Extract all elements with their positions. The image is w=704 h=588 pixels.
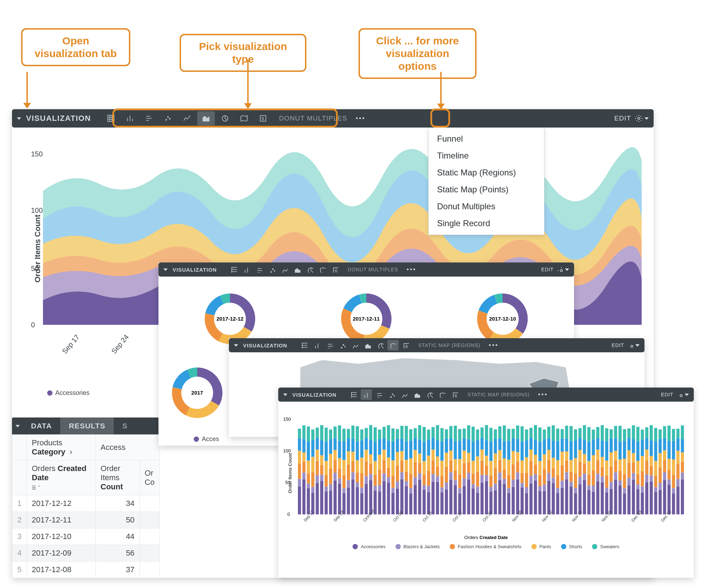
dropdown-item-single-record[interactable]: Single Record [429,215,544,232]
svg-rect-161 [387,425,390,441]
bar-chart-icon[interactable] [254,264,265,275]
scatter-icon[interactable] [159,111,177,125]
map-icon[interactable] [235,111,253,125]
pie-chart-icon[interactable] [424,389,435,400]
svg-rect-535 [667,479,671,485]
dropdown-item-donut-multiples[interactable]: Donut Multiples [429,198,544,215]
visualization-tab-label[interactable]: VISUALIZATION [292,392,337,398]
more-options-button[interactable]: ••• [353,113,368,124]
svg-rect-341 [521,426,524,441]
gear-icon[interactable] [635,114,649,123]
legend-label: Pants [540,544,551,549]
table-icon[interactable] [348,389,359,400]
area-chart-icon[interactable] [292,264,303,275]
svg-rect-44 [303,462,306,473]
dropdown-item-static-map-points[interactable]: Static Map (Points) [429,181,544,198]
single-value-icon[interactable]: 6 [449,389,461,400]
map-icon[interactable] [317,264,328,275]
gear-icon[interactable] [677,391,689,398]
bar-chart-icon[interactable] [140,111,158,125]
scatter-icon[interactable] [337,340,348,351]
svg-point-21 [341,347,342,348]
edit-button[interactable]: EDIT [661,392,673,397]
svg-rect-124 [360,440,363,458]
svg-rect-227 [436,425,439,440]
svg-rect-135 [369,454,372,464]
svg-rect-289 [485,475,488,481]
scatter-icon[interactable] [386,389,397,400]
more-options-button[interactable]: ••• [535,390,551,400]
gear-icon[interactable] [628,342,640,348]
svg-rect-146 [378,470,381,485]
single-value-icon[interactable]: 6 [330,264,341,275]
arrow-icon [440,72,442,104]
area-chart-icon[interactable] [411,389,423,400]
pie-chart-icon[interactable] [304,264,316,275]
gear-icon[interactable] [557,266,569,273]
table-icon[interactable] [299,340,310,351]
edit-button[interactable]: EDIT [612,342,624,348]
svg-rect-48 [307,488,310,514]
svg-rect-385 [556,488,559,493]
svg-rect-311 [498,426,501,438]
table-icon[interactable] [102,111,120,125]
visualization-tab-label[interactable]: VISUALIZATION [173,267,217,273]
column-products-category[interactable]: Products Category › [27,435,95,460]
single-value-icon[interactable]: 6 [400,340,411,351]
results-tab[interactable]: RESULTS [60,417,114,434]
svg-rect-242 [449,460,453,472]
svg-rect-526 [659,439,662,453]
more-options-button[interactable]: ••• [404,265,419,275]
map-icon[interactable] [387,340,399,351]
svg-rect-183 [405,460,408,472]
svg-rect-505 [645,474,648,482]
svg-rect-317 [503,426,506,441]
pie-chart-icon[interactable] [375,340,386,351]
svg-rect-46 [303,439,306,452]
visualization-tab-label[interactable]: VISUALIZATION [243,342,287,348]
svg-rect-528 [663,480,666,514]
column-chart-icon[interactable] [121,111,139,125]
single-value-icon[interactable]: 6 [254,111,272,125]
tab-truncated[interactable]: S [114,417,136,434]
svg-rect-188 [409,474,412,488]
caret-down-icon[interactable] [163,268,168,271]
area-chart-icon[interactable] [197,111,215,125]
svg-rect-192 [414,485,417,514]
line-chart-icon[interactable] [178,111,196,125]
more-options-button[interactable]: ••• [486,340,501,351]
map-icon[interactable] [437,389,448,400]
visualization-tab-label[interactable]: VISUALIZATION [26,114,91,123]
caret-down-icon[interactable] [17,117,21,120]
svg-rect-91 [338,478,341,484]
caret-down-icon[interactable] [234,344,238,347]
svg-rect-518 [654,476,657,487]
svg-rect-320 [507,475,510,488]
pie-chart-icon[interactable] [216,111,234,125]
data-tab[interactable]: DATA [23,417,60,434]
column-order-items-count[interactable]: Order ItemsCount [95,460,139,495]
edit-button[interactable]: EDIT [541,267,554,272]
line-chart-icon[interactable] [279,264,290,275]
dropdown-item-funnel[interactable]: Funnel [429,130,544,147]
bar-chart-icon[interactable] [373,389,385,400]
svg-rect-455 [605,428,608,441]
column-chart-icon[interactable] [241,264,252,275]
svg-rect-269 [467,425,470,439]
line-chart-icon[interactable] [349,340,361,351]
line-chart-icon[interactable] [399,389,410,400]
dropdown-item-timeline[interactable]: Timeline [429,147,544,164]
caret-down-icon[interactable] [283,394,287,396]
column-chart-icon[interactable] [361,389,372,400]
caret-down-icon[interactable] [15,425,20,427]
area-chart-icon[interactable] [362,340,373,351]
legend-item: Accessories [353,544,385,549]
edit-button[interactable]: EDIT [614,114,631,122]
bar-chart-icon[interactable] [324,340,335,351]
column-chart-icon[interactable] [311,340,323,351]
dropdown-item-static-map-regions[interactable]: Static Map (Regions) [429,164,544,181]
column-orders-created-date[interactable]: Orders Created Date ☰ ˅ [27,460,95,495]
scatter-icon[interactable] [266,264,278,275]
svg-rect-372 [547,481,550,514]
table-icon[interactable] [228,264,239,275]
